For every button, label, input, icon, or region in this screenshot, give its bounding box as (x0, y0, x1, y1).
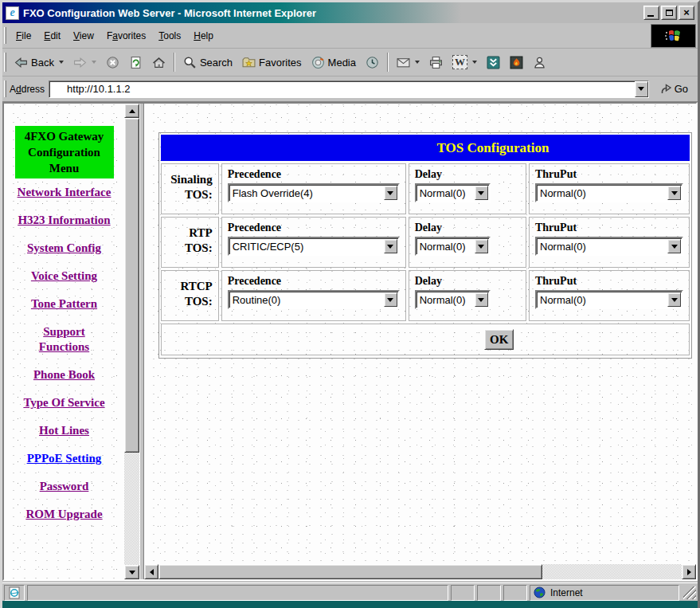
forward-button[interactable] (68, 53, 101, 73)
scrollbar-thumb[interactable] (124, 118, 139, 453)
toolbar-gripper[interactable] (4, 53, 6, 72)
select-dropdown-button[interactable] (667, 239, 681, 253)
scroll-up-button[interactable] (124, 104, 139, 118)
triangle-up-icon (129, 109, 135, 113)
stop-button[interactable] (101, 53, 124, 73)
select-dropdown-button[interactable] (384, 186, 397, 200)
rtcp-delay-select[interactable]: Normal(0) (415, 290, 491, 309)
minimize-button[interactable] (643, 6, 659, 20)
chevron-down-icon (638, 87, 644, 91)
scrollbar-track[interactable] (542, 564, 682, 579)
address-dropdown-button[interactable] (635, 81, 648, 97)
sidebar-vertical-scrollbar (124, 104, 139, 579)
sidebar-item-phone-book[interactable]: Phone Book (18, 367, 111, 382)
toolbar-separator (387, 53, 389, 72)
row-label-signaling: Sinaling TOS: (161, 163, 219, 214)
thruput-label: ThruPut (535, 222, 683, 234)
rtp-precedence-select[interactable]: CRITIC/ECP(5) (228, 237, 400, 256)
menu-tools[interactable]: Tools (152, 28, 187, 44)
resize-grip[interactable] (683, 586, 696, 599)
select-dropdown-button[interactable] (667, 292, 681, 307)
mail-button[interactable] (392, 53, 424, 73)
edit-with-word-button[interactable]: W (448, 52, 482, 73)
media-player-button[interactable] (505, 53, 528, 73)
sidebar-item-rom-upgrade[interactable]: ROM Upgrade (18, 507, 111, 522)
select-dropdown-button[interactable] (475, 186, 488, 200)
edit-dropdown-icon[interactable] (472, 61, 477, 64)
sidebar-item-type-of-service[interactable]: Type Of Service (18, 395, 111, 410)
status-bar: Internet (2, 583, 698, 602)
rtcp-thruput-select[interactable]: Normal(0) (535, 290, 683, 309)
chevron-down-icon (671, 191, 678, 195)
triangle-down-icon (129, 571, 135, 575)
menubar-gripper[interactable] (4, 27, 6, 45)
menu-help[interactable]: Help (187, 28, 220, 44)
refresh-button[interactable] (124, 53, 147, 73)
main-view: TOS Configuration Sinaling TOS: Preceden… (144, 104, 696, 564)
sidebar-item-h323-information[interactable]: H323 Information (18, 213, 111, 228)
history-button[interactable] (361, 53, 384, 73)
stop-icon (106, 56, 119, 69)
windows-flag-icon (663, 27, 684, 45)
messenger-button[interactable] (528, 53, 551, 73)
tos-table: TOS Configuration Sinaling TOS: Preceden… (158, 132, 692, 359)
status-icon-pane (4, 585, 25, 601)
address-field (49, 80, 649, 98)
select-dropdown-button[interactable] (384, 239, 397, 253)
thruput-label: ThruPut (535, 275, 683, 288)
signaling-delay-select[interactable]: Normal(0) (415, 183, 491, 202)
back-button[interactable]: Back (10, 53, 68, 73)
sidebar-item-pppoe-setting[interactable]: PPPoE Setting (18, 451, 111, 466)
media-button[interactable]: Media (307, 53, 361, 73)
select-dropdown-button[interactable] (475, 239, 488, 253)
back-dropdown-icon[interactable] (59, 61, 64, 64)
signaling-precedence-select[interactable]: Flash Override(4) (228, 183, 400, 202)
mail-dropdown-icon[interactable] (415, 61, 420, 64)
scroll-left-button[interactable] (144, 564, 158, 579)
signaling-thruput-select[interactable]: Normal(0) (535, 183, 683, 202)
menu-favorites[interactable]: Favorites (100, 28, 152, 44)
related-links-button[interactable] (482, 53, 505, 73)
print-button[interactable] (424, 53, 448, 73)
menu-edit[interactable]: Edit (37, 28, 67, 44)
scroll-down-button[interactable] (124, 565, 139, 579)
rtp-thruput-select[interactable]: Normal(0) (535, 237, 683, 256)
toolbar-separator (174, 53, 175, 72)
sidebar-item-voice-setting[interactable]: Voice Setting (18, 269, 111, 284)
maximize-button[interactable] (661, 6, 677, 20)
sidebar-item-hot-lines[interactable]: Hot Lines (18, 423, 111, 438)
sidebar-item-network-interface[interactable]: Network Interface (18, 185, 111, 200)
addressbar-gripper[interactable] (4, 80, 6, 98)
address-input[interactable] (49, 83, 635, 95)
menu-view[interactable]: View (67, 28, 100, 44)
chevron-down-icon (478, 245, 484, 249)
select-dropdown-button[interactable] (475, 292, 488, 307)
favorites-button[interactable]: Favorites (237, 53, 306, 73)
internet-globe-icon (534, 586, 546, 598)
sidebar-item-support-functions[interactable]: Support Functions (18, 324, 111, 355)
select-dropdown-button[interactable] (667, 186, 681, 200)
address-bar: Address Go (2, 76, 698, 102)
search-button[interactable]: Search (178, 53, 237, 73)
scroll-right-button[interactable] (682, 564, 696, 579)
rtp-delay-select[interactable]: Normal(0) (415, 237, 491, 256)
table-row: RTP TOS: Precedence CRITIC/ECP(5) Delay (161, 217, 690, 268)
window-title: FXO Configuration Web Server - Microsoft… (23, 7, 316, 19)
scrollbar-track[interactable] (124, 453, 139, 565)
ok-button[interactable]: OK (484, 329, 514, 350)
forward-dropdown-icon[interactable] (92, 61, 96, 64)
toolbar: Back (2, 49, 698, 76)
sidebar-item-password[interactable]: Password (18, 479, 111, 494)
delay-label: Delay (415, 222, 520, 234)
sidebar-item-tone-pattern[interactable]: Tone Pattern (18, 296, 111, 312)
history-icon (366, 56, 379, 69)
go-button[interactable]: Go (655, 81, 694, 96)
home-button[interactable] (147, 53, 170, 73)
menu-file[interactable]: File (10, 28, 37, 44)
close-button[interactable]: × (678, 6, 694, 20)
sidebar-item-system-config[interactable]: System Config (18, 241, 111, 256)
rtcp-precedence-select[interactable]: Routine(0) (228, 290, 400, 309)
select-dropdown-button[interactable] (384, 292, 397, 307)
table-row: Sinaling TOS: Precedence Flash Override(… (161, 163, 690, 214)
scrollbar-thumb[interactable] (158, 564, 542, 579)
